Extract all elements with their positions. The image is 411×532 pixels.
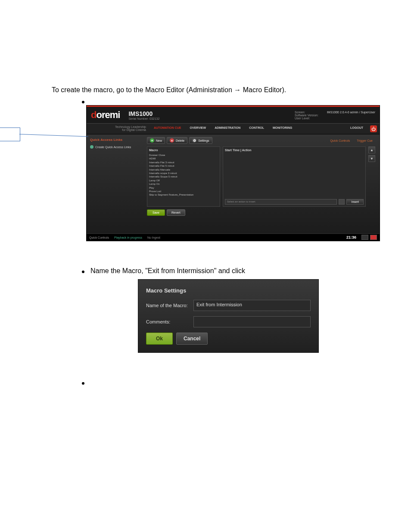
comments-label: Comments: [146,319,193,324]
list-item[interactable]: Intervallo Scope 5 minuti [149,175,218,178]
step2-text: Name the Macro, "Exit from Intermission"… [90,267,245,275]
footer-icon-1[interactable] [361,235,368,240]
save-button[interactable]: Save [147,209,165,216]
revert-button[interactable]: Revert [167,209,185,216]
list-item[interactable]: Prova Luci [149,190,218,193]
comments-input[interactable] [193,316,311,327]
power-icon[interactable]: ⏻ [370,125,377,132]
list-item[interactable]: Dowser Close [149,153,218,157]
list-item[interactable]: HDMI [149,157,218,160]
footer-time: 21:36 [346,235,356,240]
sw-label: Software Version: [295,114,318,117]
tab-control[interactable]: CONTROL [245,124,268,134]
link-icon [90,145,93,149]
intro-text: To create the macro, go to the Macro Edi… [26,86,385,94]
x-icon: × [170,138,174,143]
move-down-button[interactable]: ▼ [368,155,375,162]
bullet-icon [82,271,84,273]
cancel-button[interactable]: Cancel [176,333,208,345]
ok-button[interactable]: Ok [146,333,173,345]
sw-value: 2.0.4-0 [340,111,349,114]
macro-editor-screenshot: doremi IMS1000 Serial Number: 032132 Scr… [86,105,380,241]
tab-automation-cue[interactable]: Automation Cue [149,124,186,134]
name-label: Name of the Macro: [146,303,193,308]
dropdown-icon[interactable] [339,199,345,205]
macro-panel-label: Macro [149,149,218,152]
tab-administration[interactable]: ADMINISTRATION [210,124,245,134]
bullet-icon [82,101,84,103]
callout-box [0,128,20,141]
settings-button[interactable]: ⚙Settings [189,137,212,144]
delete-button[interactable]: ×Delete [167,137,187,144]
insert-button[interactable]: Insert [346,199,364,205]
list-item[interactable]: Intervallo scope 3 minuti [149,171,218,175]
footer-quick-controls[interactable]: Quick Controls [89,236,109,239]
quick-controls-link[interactable]: Quick Controls [327,138,352,143]
product-name: IMS1000 [128,110,159,117]
user-value: admin / SuperUser [350,111,375,114]
bullet-icon [82,382,84,385]
callout-line [19,134,88,137]
screen-value: IMS1000 [327,111,339,114]
new-button[interactable]: +New [147,137,165,144]
doremi-logo: doremi [91,109,120,121]
serial-number: Serial Number: 032132 [128,117,159,120]
list-item[interactable]: Play [149,186,218,190]
logout-button[interactable]: LOGOUT [346,124,367,134]
dialog-title: Macro Settings [146,287,311,294]
footer-ingest: No Ingest [147,236,160,239]
list-item[interactable]: Lamp Off [149,179,218,182]
list-item[interactable]: Intervallo Manuale [149,168,218,171]
macro-name-input[interactable]: Exit from Intermission [193,300,311,311]
sidebar-title: Quick Access Links [90,138,139,142]
list-item[interactable]: Lamp On [149,182,218,186]
footer-icon-2[interactable] [370,235,377,240]
tab-monitoring[interactable]: MONITORING [268,124,296,134]
create-quick-access-link[interactable]: Create Quick Access Links [90,145,139,149]
footer-playback: Playback in progress [114,236,142,239]
plus-icon: + [150,138,154,143]
screen-label: Screen: [295,111,318,114]
trigger-cue-link[interactable]: Trigger Cue [354,138,375,143]
action-select[interactable]: Select an action to insert [225,199,337,205]
move-up-button[interactable]: ▲ [368,146,375,153]
gear-icon: ⚙ [192,138,196,143]
macro-settings-dialog: Macro Settings Name of the Macro: Exit f… [138,279,319,353]
tab-overview[interactable]: OVERVIEW [186,124,211,134]
list-item[interactable]: Intervallo Flat 5 minuti [149,164,218,168]
list-item[interactable]: Skip to Segment Feature_Presentation [149,193,218,196]
action-panel-header: Start Time | Action [225,149,364,152]
macro-list[interactable]: Dowser Close HDMI Intervallo Flat 3 minu… [149,153,218,197]
sidebar-link-label: Create Quick Access Links [95,146,131,149]
tagline-1: Technology Leadership [90,125,146,128]
list-item[interactable]: Intervallo Flat 3 minuti [149,161,218,164]
tagline-2: for Digital Cinema [90,128,146,131]
user-label: User Level: [295,117,318,120]
